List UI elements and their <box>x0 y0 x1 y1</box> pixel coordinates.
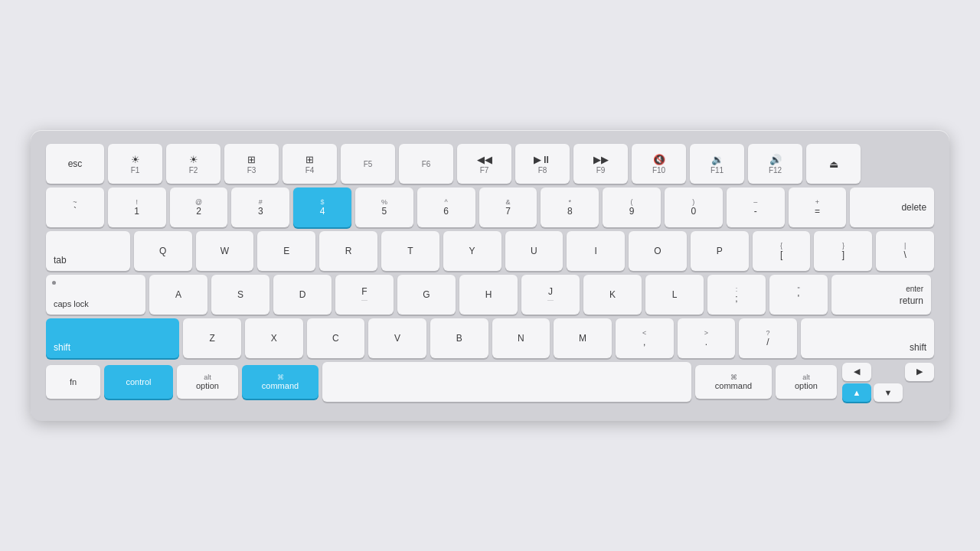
key-semicolon[interactable]: : ; <box>707 275 766 315</box>
key-slash[interactable]: ? / <box>739 318 797 358</box>
key-r[interactable]: R <box>319 231 377 271</box>
key-c[interactable]: C <box>307 318 365 358</box>
key-bracket-right[interactable]: } ] <box>814 231 872 271</box>
key-arrow-up[interactable]: ▲ <box>842 383 871 402</box>
key-f7[interactable]: ◀◀ F7 <box>457 144 511 184</box>
key-g[interactable]: G <box>397 275 456 315</box>
key-x[interactable]: X <box>245 318 303 358</box>
key-4[interactable]: $ 4 <box>293 187 351 227</box>
key-backslash[interactable]: | \ <box>876 231 934 271</box>
key-2[interactable]: @ 2 <box>170 187 228 227</box>
key-i[interactable]: I <box>567 231 625 271</box>
key-shift-left[interactable]: shift <box>46 318 179 358</box>
key-f12[interactable]: 🔊 F12 <box>748 144 802 184</box>
key-f8[interactable]: ▶⏸ F8 <box>515 144 570 184</box>
key-space[interactable] <box>322 362 691 402</box>
arrow-bottom: ▲ ▼ <box>842 383 934 402</box>
key-w[interactable]: W <box>196 231 254 271</box>
key-equals[interactable]: + = <box>789 187 847 227</box>
key-return[interactable]: enter return <box>831 275 931 315</box>
key-backtick[interactable]: ~ ` <box>46 187 104 227</box>
key-f3[interactable]: ⊞ F3 <box>224 144 279 184</box>
key-q[interactable]: Q <box>134 231 192 271</box>
key-a[interactable]: A <box>149 275 207 315</box>
key-eject[interactable]: ⏏ <box>806 144 861 184</box>
mid-letter-row: caps lock A S D F — G H J — K L : ; " <box>46 275 934 315</box>
key-y[interactable]: Y <box>443 231 501 271</box>
key-shift-right[interactable]: shift <box>801 318 934 358</box>
key-caps-lock[interactable]: caps lock <box>46 275 145 315</box>
key-3[interactable]: # 3 <box>231 187 289 227</box>
key-arrow-right[interactable]: ▶ <box>905 363 934 381</box>
key-o[interactable]: O <box>629 231 687 271</box>
key-f2[interactable]: ☀ F2 <box>166 144 220 184</box>
key-arrow-down[interactable]: ▼ <box>874 383 903 402</box>
key-f4[interactable]: ⊞ F4 <box>283 144 337 184</box>
key-period[interactable]: > . <box>678 318 736 358</box>
arrow-spacer <box>874 363 903 381</box>
key-t[interactable]: T <box>381 231 439 271</box>
key-d[interactable]: D <box>273 275 332 315</box>
key-p[interactable]: P <box>691 231 749 271</box>
key-quote[interactable]: " ' <box>769 275 828 315</box>
key-j[interactable]: J — <box>521 275 580 315</box>
key-1[interactable]: ! 1 <box>108 187 166 227</box>
key-6[interactable]: ^ 6 <box>417 187 475 227</box>
key-f6[interactable]: F6 <box>399 144 453 184</box>
key-f10[interactable]: 🔇 F10 <box>632 144 686 184</box>
key-9[interactable]: ( 9 <box>603 187 661 227</box>
key-fn[interactable]: fn <box>46 365 100 399</box>
key-option-left[interactable]: alt option <box>177 365 238 399</box>
key-b[interactable]: B <box>430 318 488 358</box>
key-command-left[interactable]: ⌘ command <box>242 365 318 399</box>
key-s[interactable]: S <box>211 275 270 315</box>
fn-row: esc ☀ F1 ☀ F2 ⊞ F3 ⊞ F4 F5 F6 <box>46 144 934 184</box>
key-option-right[interactable]: alt option <box>776 365 837 399</box>
bot-letter-row: shift Z X C V B N M < , > . ? / shift <box>46 318 934 358</box>
key-tab[interactable]: tab <box>46 231 130 271</box>
key-f9[interactable]: ▶▶ F9 <box>573 144 628 184</box>
key-0[interactable]: ) 0 <box>665 187 723 227</box>
key-f[interactable]: F — <box>335 275 394 315</box>
key-e[interactable]: E <box>257 231 315 271</box>
key-n[interactable]: N <box>492 318 550 358</box>
key-f11[interactable]: 🔉 F11 <box>690 144 744 184</box>
top-letter-row: tab Q W E R T Y U I O P { [ } ] | \ <box>46 231 934 271</box>
key-k[interactable]: K <box>583 275 642 315</box>
keyboard: esc ☀ F1 ☀ F2 ⊞ F3 ⊞ F4 F5 F6 <box>31 130 949 421</box>
key-comma[interactable]: < , <box>616 318 674 358</box>
key-u[interactable]: U <box>505 231 564 271</box>
key-z[interactable]: Z <box>183 318 241 358</box>
key-l[interactable]: L <box>645 275 704 315</box>
arrow-cluster: ◀ ▶ ▲ ▼ <box>842 363 934 402</box>
key-minus[interactable]: – - <box>727 187 785 227</box>
key-8[interactable]: * 8 <box>541 187 599 227</box>
key-command-right[interactable]: ⌘ command <box>695 365 772 399</box>
key-f5[interactable]: F5 <box>341 144 395 184</box>
key-control[interactable]: control <box>104 365 173 399</box>
key-7[interactable]: & 7 <box>479 187 537 227</box>
keyboard-wrapper: esc ☀ F1 ☀ F2 ⊞ F3 ⊞ F4 F5 F6 <box>31 130 949 421</box>
key-f1[interactable]: ☀ F1 <box>108 144 162 184</box>
caps-lock-indicator <box>52 281 56 285</box>
key-h[interactable]: H <box>459 275 518 315</box>
key-v[interactable]: V <box>368 318 426 358</box>
key-m[interactable]: M <box>554 318 612 358</box>
key-bracket-left[interactable]: { [ <box>753 231 811 271</box>
key-arrow-left[interactable]: ◀ <box>842 363 871 381</box>
arrow-top: ◀ ▶ <box>842 363 934 381</box>
number-row: ~ ` ! 1 @ 2 # 3 $ 4 % 5 <box>46 187 934 227</box>
key-esc[interactable]: esc <box>46 144 104 184</box>
key-delete[interactable]: delete <box>850 187 934 227</box>
key-5[interactable]: % 5 <box>355 187 413 227</box>
bottom-row: fn control alt option ⌘ command ⌘ comman… <box>46 362 934 402</box>
